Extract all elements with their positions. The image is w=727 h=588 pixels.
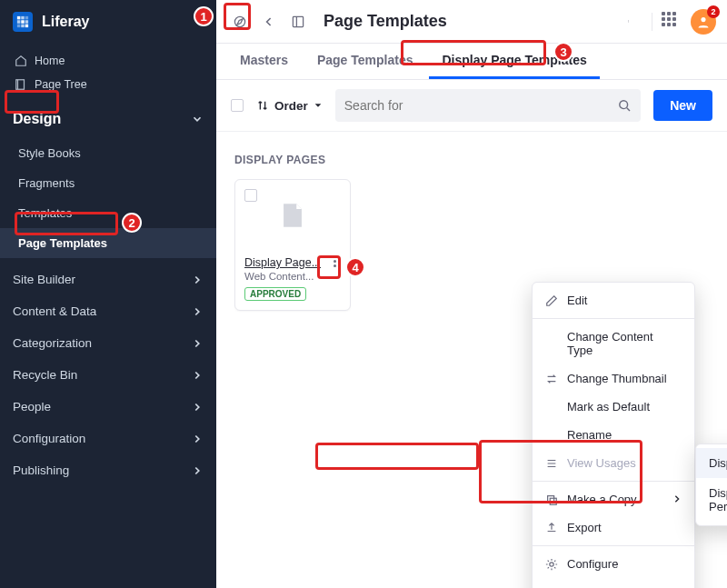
menu-separator <box>533 545 694 546</box>
pencil-icon <box>545 294 558 307</box>
callout-num-2: 2 <box>122 213 142 233</box>
user-avatar[interactable]: 2 <box>691 9 716 35</box>
nav-content-data[interactable]: Content & Data <box>0 295 216 327</box>
chevron-right-icon <box>191 464 204 477</box>
search-field[interactable] <box>335 89 641 122</box>
menu-change-thumbnail[interactable]: Change Thumbnail <box>533 364 694 393</box>
menu-configure-label: Configure <box>567 557 618 571</box>
tab-masters[interactable]: Masters <box>227 44 301 79</box>
submenu-display-page[interactable]: Display Page <box>696 448 727 478</box>
menu-make-copy-label: Make a Copy <box>567 493 637 506</box>
nav-configuration[interactable]: Configuration <box>0 423 216 454</box>
menu-change-content-type-label: Change Content Type <box>567 330 682 357</box>
svg-rect-17 <box>548 495 554 502</box>
svg-rect-3 <box>17 20 21 24</box>
menu-export-label: Export <box>567 521 602 534</box>
nav-home[interactable]: Home <box>9 49 207 73</box>
menu-export[interactable]: Export <box>533 513 694 542</box>
brand-name: Liferay <box>42 14 89 30</box>
card-actions-button[interactable] <box>324 251 344 271</box>
svg-rect-18 <box>550 498 556 504</box>
nav-site-builder-label: Site Builder <box>13 273 75 286</box>
brand: Liferay <box>0 0 216 44</box>
order-label: Order <box>274 99 308 113</box>
nav-design[interactable]: Design <box>0 102 216 136</box>
back-icon[interactable] <box>256 9 282 35</box>
make-copy-submenu: Display Page Display Page With Permissio… <box>695 443 727 526</box>
order-button[interactable]: Order <box>256 99 323 113</box>
apps-menu-icon[interactable] <box>662 12 682 32</box>
chevron-down-icon <box>191 113 204 125</box>
nav-page-templates[interactable]: Page Templates <box>0 228 216 258</box>
nav-content-data-label: Content & Data <box>13 304 96 318</box>
card-subtitle: Web Content... <box>244 271 341 282</box>
card-thumbnail <box>235 180 350 251</box>
menu-mark-default-label: Mark as Default <box>567 400 650 414</box>
select-all-checkbox[interactable] <box>231 99 244 112</box>
page-tree-icon <box>15 78 27 91</box>
nav-page-tree-label: Page Tree <box>35 78 87 91</box>
search-input[interactable] <box>344 98 617 113</box>
tab-page-templates[interactable]: Page Templates <box>304 44 426 79</box>
menu-mark-default[interactable]: Mark as Default <box>533 393 694 421</box>
nav-publishing-label: Publishing <box>13 463 69 477</box>
nav-publishing[interactable]: Publishing <box>0 454 216 486</box>
svg-rect-1 <box>21 16 25 20</box>
actions-icon[interactable] <box>617 9 642 35</box>
svg-point-15 <box>701 17 705 22</box>
submenu-display-page-permissions[interactable]: Display Page With Permissions <box>696 478 727 522</box>
chevron-right-icon <box>191 401 204 414</box>
nav-home-label: Home <box>35 55 65 67</box>
status-badge: APPROVED <box>244 287 306 301</box>
card-checkbox[interactable] <box>244 189 257 202</box>
menu-edit-label: Edit <box>567 294 587 307</box>
list-icon <box>545 457 558 470</box>
nav-site-builder[interactable]: Site Builder <box>0 264 216 295</box>
nav-page-tree[interactable]: Page Tree <box>9 73 207 96</box>
nav-design-children: Style Books Fragments Templates Page Tem… <box>0 136 216 264</box>
sidebar: Liferay Home Page Tree Design Style Book… <box>0 0 216 588</box>
menu-view-usages-label: View Usages <box>567 456 636 470</box>
tabs: Masters Page Templates Display Page Temp… <box>216 44 727 80</box>
tab-display-page-templates[interactable]: Display Page Templates <box>429 44 599 79</box>
menu-make-copy[interactable]: Make a Copy <box>533 485 694 513</box>
nav-people[interactable]: People <box>0 391 216 423</box>
menu-rename[interactable]: Rename <box>533 421 694 449</box>
svg-point-14 <box>628 22 629 23</box>
svg-rect-8 <box>25 25 29 28</box>
menu-separator <box>533 481 694 482</box>
chevron-right-icon <box>191 369 204 382</box>
product-menu-toggle-icon[interactable] <box>285 9 311 35</box>
chevron-right-icon <box>191 337 204 350</box>
chevron-right-icon <box>191 274 204 286</box>
menu-view-usages: View Usages <box>533 449 694 477</box>
section-label: DISPLAY PAGES <box>234 154 709 166</box>
svg-rect-7 <box>21 25 25 28</box>
menu-rename-label: Rename <box>567 428 612 442</box>
compass-icon[interactable] <box>227 9 253 35</box>
home-icon <box>15 55 27 67</box>
nav-categorization-label: Categorization <box>13 336 92 350</box>
callout-num-4: 4 <box>345 257 365 277</box>
liferay-icon <box>16 15 29 28</box>
nav-categorization[interactable]: Categorization <box>0 327 216 359</box>
menu-edit[interactable]: Edit <box>533 286 694 314</box>
nav-design-label: Design <box>13 111 61 127</box>
menu-change-thumbnail-label: Change Thumbnail <box>567 372 667 385</box>
nav-recycle-bin[interactable]: Recycle Bin <box>0 359 216 391</box>
svg-point-16 <box>620 101 628 109</box>
menu-permissions[interactable]: Permissions <box>533 578 694 588</box>
menu-configure[interactable]: Configure <box>533 550 694 578</box>
display-page-card[interactable]: Display Page... Web Content... APPROVED <box>234 179 351 311</box>
nav-templates[interactable]: Templates <box>0 198 216 228</box>
new-button[interactable]: New <box>653 90 712 121</box>
copy-icon <box>545 493 558 506</box>
callout-num-1: 1 <box>194 6 214 26</box>
caret-down-icon <box>314 101 323 110</box>
nav-fragments[interactable]: Fragments <box>0 168 216 198</box>
topbar: Page Templates 2 <box>216 0 727 44</box>
svg-rect-4 <box>21 20 25 24</box>
gear-icon <box>545 558 558 571</box>
nav-style-books[interactable]: Style Books <box>0 138 216 168</box>
menu-change-content-type[interactable]: Change Content Type <box>533 323 694 364</box>
